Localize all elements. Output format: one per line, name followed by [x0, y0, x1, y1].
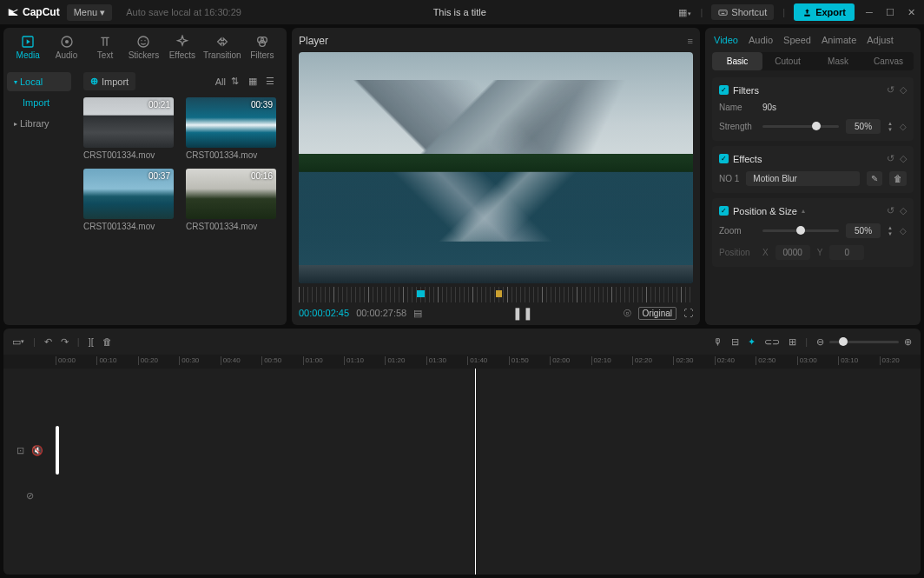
disable-icon[interactable]: ⊘ — [26, 490, 34, 502]
plus-icon: ⊕ — [90, 76, 98, 87]
record-icon[interactable]: 🎙 — [713, 336, 723, 347]
clip-item[interactable]: 00:37 CRST001334.mov — [83, 169, 175, 231]
tab-video[interactable]: Video — [714, 35, 738, 45]
export-button[interactable]: Export — [794, 3, 855, 21]
pos-y-value[interactable]: 0 — [829, 245, 864, 260]
pos-x-value[interactable]: 0000 — [776, 245, 810, 260]
timeline-video-clip[interactable]: ✦ Effects – Edit ◐ Filters ≡ Adjust Name… — [56, 426, 59, 475]
tab-speed[interactable]: Speed — [783, 35, 811, 45]
zoom-slider[interactable] — [762, 229, 839, 232]
auto-snap-icon[interactable]: ✦ — [748, 336, 756, 348]
clip-item[interactable]: 00:21 CRST001334.mov — [83, 97, 175, 160]
filters-icon — [255, 35, 269, 49]
scopes-icon[interactable]: ▤ — [413, 308, 422, 319]
ruler-tick: 01:10 — [344, 356, 364, 365]
reset-icon[interactable]: ↺ — [887, 84, 894, 96]
effects-checkbox[interactable]: ✓ — [719, 154, 729, 163]
svg-point-5 — [138, 37, 148, 47]
zoom-out-icon[interactable]: ⊖ — [816, 336, 824, 348]
keyframe-icon[interactable]: ◇ — [900, 153, 907, 164]
layout-icon[interactable]: ▦ ▾ — [678, 7, 692, 18]
lock-icon[interactable]: ⊡ — [16, 445, 24, 456]
clip-thumbnail: 00:16 — [186, 169, 276, 219]
delete-button[interactable]: 🗑 — [102, 336, 112, 347]
original-quality-button[interactable]: Original — [638, 307, 676, 320]
svg-point-6 — [142, 40, 142, 41]
player-ruler[interactable] — [299, 287, 693, 302]
tab-animate[interactable]: Animate — [822, 35, 856, 45]
filter-all[interactable]: All — [215, 76, 226, 87]
tab-media[interactable]: Media — [9, 31, 47, 65]
edit-effect-icon[interactable]: ✎ — [867, 171, 882, 186]
tab-text[interactable]: Text — [86, 31, 124, 65]
media-sidebar: ▾Local Import ▸Library — [3, 65, 75, 325]
linkage-icon[interactable]: ⊂⊃ — [764, 336, 780, 348]
fullscreen-icon[interactable]: ⛶ — [683, 308, 693, 318]
pause-button[interactable]: ❚❚ — [512, 306, 533, 320]
strength-value[interactable]: 50% — [846, 119, 881, 134]
sort-icon[interactable]: ⇅ — [231, 76, 243, 88]
clip-item[interactable]: 00:16 CRST001334.mov — [186, 169, 278, 231]
grid-view-icon[interactable]: ▦ — [248, 76, 261, 88]
collapse-icon[interactable]: ▴ — [802, 207, 805, 215]
keyframe-icon[interactable]: ◇ — [900, 205, 907, 216]
tab-filters[interactable]: Filters — [243, 31, 281, 65]
player-menu-icon[interactable]: ≡ — [688, 36, 693, 46]
list-view-icon[interactable]: ☰ — [266, 76, 278, 88]
strength-stepper[interactable]: ▲▼ — [888, 121, 893, 132]
selection-tool[interactable]: ▭▾ — [12, 336, 24, 348]
media-icon — [21, 35, 35, 49]
tab-transition[interactable]: Transition — [201, 31, 243, 65]
sidebar-item-library[interactable]: ▸Library — [7, 114, 71, 133]
keyframe-icon[interactable]: ◇ — [900, 84, 907, 96]
tab-audio[interactable]: Audio — [47, 31, 85, 65]
strength-slider[interactable] — [762, 125, 839, 128]
zoom-value[interactable]: 50% — [846, 223, 881, 238]
tab-adjust[interactable]: Adjust — [867, 35, 894, 45]
keyframe-icon[interactable]: ◇ — [900, 226, 907, 236]
split-button[interactable]: ]​[ — [89, 336, 94, 347]
mute-icon[interactable]: 🔇 — [31, 445, 43, 456]
subtab-basic[interactable]: Basic — [712, 52, 762, 70]
timeline-toolbar: ▭▾ | ↶ ↷ | ]​[ 🗑 🎙 ⊟ ✦ ⊂⊃ ⊞ | ⊖ ⊕ — [3, 329, 921, 355]
playhead[interactable] — [475, 369, 476, 575]
undo-button[interactable]: ↶ — [44, 336, 52, 348]
reset-icon[interactable]: ↺ — [887, 205, 894, 216]
preview-axis-icon[interactable]: ⊞ — [789, 336, 796, 348]
zoom-stepper[interactable]: ▲▼ — [888, 225, 893, 236]
minimize-button[interactable]: ─ — [863, 6, 875, 18]
subtab-canvas[interactable]: Canvas — [863, 52, 914, 70]
position-checkbox[interactable]: ✓ — [719, 206, 729, 216]
zoom-in-icon[interactable]: ⊕ — [904, 336, 912, 348]
tab-audio[interactable]: Audio — [749, 35, 773, 45]
section-filters: ✓ Filters ↺◇ Name90s Strength 50% ▲▼ ◇ — [712, 77, 914, 141]
media-tabs: Media Audio Text Stickers Effects Transi… — [3, 28, 287, 65]
timeline-ruler[interactable]: 00:0000:1000:2000:3000:4000:5001:0001:10… — [3, 355, 921, 369]
filters-checkbox[interactable]: ✓ — [719, 85, 729, 95]
keyframe-icon[interactable]: ◇ — [900, 122, 907, 131]
snapshot-icon[interactable]: ⦾ — [624, 308, 631, 319]
redo-button[interactable]: ↷ — [61, 336, 69, 348]
delete-effect-icon[interactable]: 🗑 — [889, 171, 907, 186]
ruler-tick: 01:50 — [509, 356, 529, 365]
main-track-magnet-icon[interactable]: ⊟ — [731, 336, 739, 348]
sidebar-item-import[interactable]: Import — [7, 93, 71, 112]
player-viewport[interactable] — [299, 52, 693, 283]
ruler-tick: 01:40 — [467, 356, 487, 365]
subtab-mask[interactable]: Mask — [813, 52, 863, 70]
timeline-zoom-slider[interactable] — [829, 341, 899, 343]
menu-button[interactable]: Menu ▾ — [67, 4, 113, 21]
tab-stickers[interactable]: Stickers — [124, 31, 162, 65]
close-button[interactable]: ✕ — [905, 6, 917, 18]
subtab-cutout[interactable]: Cutout — [762, 52, 813, 70]
tab-effects[interactable]: Effects — [163, 31, 201, 65]
maximize-button[interactable]: ☐ — [884, 6, 896, 18]
reset-icon[interactable]: ↺ — [887, 153, 894, 164]
effect-name: Motion Blur — [746, 171, 860, 186]
shortcut-button[interactable]: Shortcut — [711, 4, 774, 20]
sidebar-item-local[interactable]: ▾Local — [7, 72, 71, 91]
project-title[interactable]: This is a title — [248, 7, 671, 17]
clip-item[interactable]: 00:39 CRST001334.mov — [186, 97, 278, 160]
import-button[interactable]: ⊕Import — [83, 72, 135, 90]
transition-icon — [215, 35, 229, 49]
